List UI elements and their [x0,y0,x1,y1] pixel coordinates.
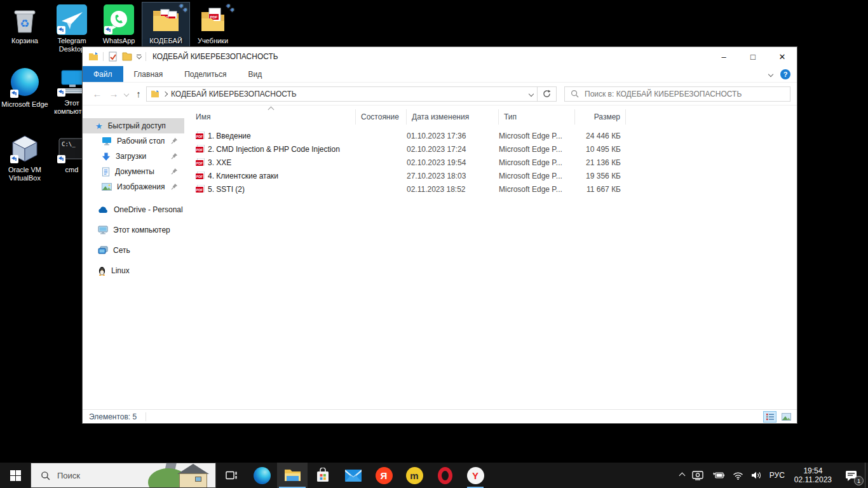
help-icon[interactable]: ? [780,69,790,79]
forward-button[interactable]: → [105,88,122,99]
desktop-icon-label: Корзина [1,37,48,45]
sidebar-item-downloads[interactable]: Загрузки [83,149,184,164]
file-size: 11 667 КБ [575,185,626,194]
notification-center-button[interactable]: 1 [837,463,865,488]
column-header-type[interactable]: Тип [499,109,575,125]
whatsapp-icon [104,4,134,35]
sidebar-item-this-pc[interactable]: Этот компьютер [83,220,184,240]
file-row[interactable]: PDF 2. CMD Injection & PHP Code Injectio… [184,142,797,156]
refresh-button[interactable] [538,86,557,102]
file-explorer-icon [284,468,301,482]
thumbnails-view-icon [782,413,791,421]
desktop-icon-label: Учебники [189,37,236,45]
breadcrumb-chevron-icon [163,92,168,97]
taskbar-opera-button[interactable] [430,463,460,488]
tray-expand-button[interactable] [676,463,688,488]
desktop-icon-virtualbox[interactable]: Oracle VM VirtualBox [1,132,48,184]
sidebar-item-network[interactable]: Сеть [83,240,184,261]
desktop-icon-microsoft-edge[interactable]: Microsoft Edge [1,65,48,111]
wifi-icon[interactable] [729,463,747,488]
taskbar-clock[interactable]: 19:54 02.11.2023 [789,463,837,488]
volume-icon[interactable] [747,463,766,488]
maximize-button[interactable]: □ [738,47,768,66]
taskbar-store-button[interactable] [308,463,338,488]
svg-text:PDF: PDF [196,188,203,192]
taskbar-amigo-button[interactable]: m [399,463,430,488]
file-name: 1. Введение [208,132,251,140]
sidebar-item-pictures[interactable]: Изображения [83,179,184,194]
recent-locations-icon[interactable] [124,91,129,96]
divider [103,52,104,61]
taskbar-search-placeholder: Поиск [57,471,80,480]
column-header-modified[interactable]: Дата изменения [407,109,499,125]
details-view-button[interactable] [763,411,776,423]
taskbar: Поиск Я m Y [0,463,868,488]
properties-button[interactable] [108,51,118,62]
file-name: 3. XXE [208,158,231,167]
file-row[interactable]: PDF 3. XXE 02.10.2023 19:54 Microsoft Ed… [184,156,797,169]
taskbar-explorer-button[interactable] [277,463,308,488]
back-button[interactable]: ← [89,88,105,99]
divider [146,52,146,61]
tray-date: 02.11.2023 [794,475,832,484]
expand-ribbon-icon[interactable] [768,72,773,77]
navigation-bar: ← → ↑ КОДЕБАЙ КИБЕРБЕЗОПАСНОСТЬ Поиск в:… [83,83,797,105]
tab-view[interactable]: Вид [237,66,273,82]
pin-icon [171,168,178,175]
search-input[interactable]: Поиск в: КОДЕБАЙ КИБЕРБЕЗОПАСНОСТЬ [564,86,790,102]
start-button[interactable] [0,463,31,488]
sidebar-item-desktop[interactable]: Рабочий стол [83,133,184,149]
battery-icon[interactable] [707,463,729,488]
linux-tux-icon [98,266,106,276]
sidebar-item-onedrive[interactable]: OneDrive - Personal [83,200,184,220]
address-bar[interactable]: КОДЕБАЙ КИБЕРБЕЗОПАСНОСТЬ [146,86,538,102]
pdf-file-icon: PDF [196,185,205,194]
close-button[interactable]: ✕ [768,47,797,66]
status-bar: Элементов: 5 [83,409,797,423]
task-view-button[interactable] [216,463,247,488]
search-placeholder: Поиск в: КОДЕБАЙ КИБЕРБЕЗОПАСНОСТЬ [585,90,742,98]
file-list: PDF 1. Введение 01.10.2023 17:36 Microso… [184,129,797,196]
column-headers: Имя Состояние Дата изменения Тип Размер [184,109,797,125]
tab-share[interactable]: Поделиться [173,66,237,82]
file-row[interactable]: PDF 4. Клиентские атаки 27.10.2023 18:03… [184,169,797,182]
desktop-icon-recycle-bin[interactable]: ♻ Корзина [1,3,48,47]
minimize-button[interactable]: – [709,47,738,66]
sidebar-item-documents[interactable]: Документы [83,164,184,179]
thumbnails-view-button[interactable] [780,411,793,423]
recycle-bin-icon: ♻ [10,4,40,35]
shortcut-arrow-icon [104,26,112,34]
new-folder-button[interactable] [122,52,132,61]
show-desktop-button[interactable] [865,463,868,488]
customize-qat-button[interactable] [137,55,141,58]
file-row[interactable]: PDF 5. SSTI (2) 02.11.2023 18:52 Microso… [184,182,797,196]
column-header-status[interactable]: Состояние [356,109,407,125]
address-dropdown-icon[interactable] [529,91,534,96]
tab-home[interactable]: Главная [123,66,174,82]
cast-display-icon[interactable] [688,463,707,488]
sidebar-item-linux[interactable]: Linux [83,261,184,281]
items-count: Элементов: 5 [89,412,137,421]
file-row[interactable]: PDF 1. Введение 01.10.2023 17:36 Microso… [184,129,797,142]
tab-file[interactable]: Файл [83,66,123,82]
taskbar-edge-button[interactable] [247,463,277,488]
desktop-icon-kodebay[interactable]: PDFPDF »» КОДЕБАЙ [142,3,189,47]
desktop-icon-whatsapp[interactable]: WhatsApp [95,3,142,47]
taskbar-search-input[interactable]: Поиск [31,463,216,488]
column-header-size[interactable]: Размер [575,109,626,125]
pictures-icon [102,183,112,191]
taskbar-yandex-browser-button[interactable]: Y [460,463,491,488]
desktop-icon-label: Oracle VM VirtualBox [1,166,48,182]
taskbar-yandex-button[interactable]: Я [369,463,399,488]
telegram-icon [57,4,87,35]
search-highlight-image[interactable] [153,463,215,488]
title-bar: КОДЕБАЙ КИБЕРБЕЗОПАСНОСТЬ – □ ✕ [83,47,797,66]
pdf-folder-icon: PDFPDF »» [151,4,181,35]
desktop-icon-uchebniki[interactable]: PDF »» Учебники [189,3,236,47]
language-indicator[interactable]: РУС [766,463,789,488]
amigo-icon: m [406,467,423,484]
taskbar-mail-button[interactable] [338,463,369,488]
onedrive-cloud-icon [98,207,109,214]
up-button[interactable]: ↑ [131,88,146,99]
sidebar-item-quick-access[interactable]: ★ Быстрый доступ [83,118,184,133]
